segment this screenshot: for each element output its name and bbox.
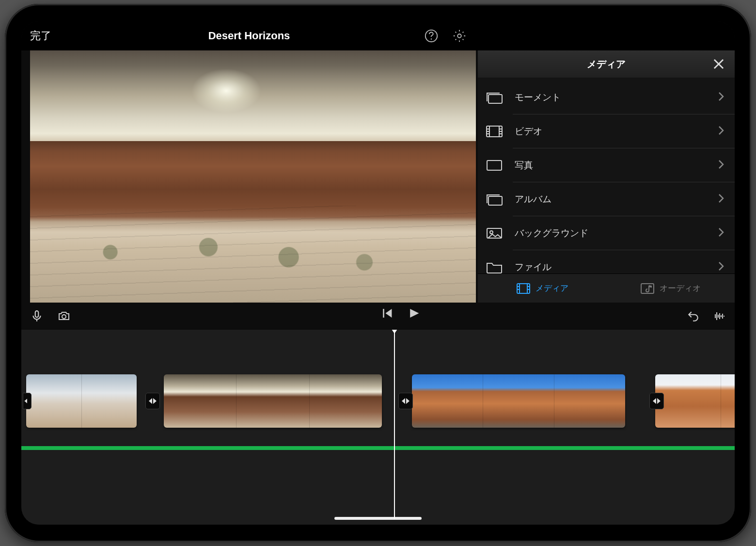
screen: 完了 Desert Horizons — [21, 21, 735, 525]
chevron-right-icon — [718, 227, 724, 240]
svg-rect-9 — [517, 284, 530, 293]
chevron-right-icon — [718, 193, 724, 206]
video-clip[interactable] — [655, 374, 735, 428]
chevron-right-icon — [718, 160, 724, 172]
transition-button[interactable] — [23, 393, 32, 409]
media-list: モーメント ビデオ — [478, 78, 735, 273]
app-header: 完了 Desert Horizons — [21, 21, 735, 50]
album-icon — [485, 192, 504, 207]
media-item-album[interactable]: アルバム — [478, 182, 735, 216]
tab-media[interactable]: メディア — [478, 274, 606, 303]
video-preview[interactable] — [30, 50, 476, 303]
ipad-device: 完了 Desert Horizons — [5, 4, 751, 542]
undo-icon[interactable] — [686, 309, 700, 323]
waveform-icon[interactable] — [712, 309, 726, 323]
media-item-label: ビデオ — [515, 125, 542, 138]
video-icon — [485, 124, 504, 139]
svg-rect-11 — [35, 311, 39, 317]
media-item-moments[interactable]: モーメント — [478, 80, 735, 114]
settings-icon[interactable] — [452, 28, 467, 44]
media-panel-header: メディア — [478, 50, 735, 78]
folder-icon — [485, 260, 504, 273]
svg-point-1 — [431, 38, 432, 39]
media-item-photo[interactable]: 写真 — [478, 148, 735, 182]
chevron-right-icon — [718, 92, 724, 104]
playhead[interactable] — [394, 330, 395, 519]
camera-icon[interactable] — [57, 309, 71, 323]
media-tabs: メディア オーディオ — [478, 273, 735, 303]
tab-audio[interactable]: オーディオ — [606, 274, 735, 303]
transition-button[interactable] — [398, 393, 413, 409]
transition-button[interactable] — [145, 393, 160, 409]
svg-rect-5 — [487, 161, 502, 170]
project-title: Desert Horizons — [21, 30, 477, 42]
media-item-label: ファイル — [515, 261, 551, 273]
svg-rect-3 — [488, 95, 502, 103]
svg-point-2 — [457, 34, 461, 38]
photo-icon — [485, 158, 504, 173]
video-clip[interactable] — [26, 374, 137, 428]
svg-point-12 — [62, 315, 66, 319]
microphone-icon[interactable] — [30, 309, 44, 323]
timeline[interactable] — [21, 330, 735, 525]
audio-track[interactable] — [21, 446, 735, 450]
svg-rect-6 — [488, 196, 502, 205]
media-panel: メディア — [478, 50, 735, 303]
media-item-video[interactable]: ビデオ — [478, 114, 735, 148]
skip-back-icon[interactable] — [380, 306, 394, 320]
close-icon[interactable] — [712, 58, 725, 70]
video-track[interactable] — [21, 372, 735, 430]
tab-media-label: メディア — [536, 283, 568, 294]
home-indicator — [334, 517, 422, 520]
media-item-background[interactable]: バックグラウンド — [478, 216, 735, 250]
background-icon — [485, 226, 504, 241]
play-icon[interactable] — [407, 306, 421, 320]
media-item-label: アルバム — [515, 193, 551, 206]
chevron-right-icon — [718, 126, 724, 138]
media-item-file[interactable]: ファイル — [478, 250, 735, 273]
video-clip[interactable] — [164, 374, 382, 428]
moments-icon — [485, 90, 504, 105]
help-icon[interactable] — [424, 28, 439, 44]
timeline-toolbar — [21, 303, 735, 330]
media-item-label: バックグラウンド — [515, 227, 588, 240]
video-clip[interactable] — [412, 374, 625, 428]
media-item-label: 写真 — [515, 159, 533, 172]
media-item-label: モーメント — [515, 91, 561, 104]
chevron-right-icon — [718, 261, 724, 273]
svg-point-8 — [490, 231, 493, 234]
media-panel-title: メディア — [587, 58, 626, 71]
tab-audio-label: オーディオ — [660, 283, 701, 294]
transition-button[interactable] — [649, 393, 664, 409]
